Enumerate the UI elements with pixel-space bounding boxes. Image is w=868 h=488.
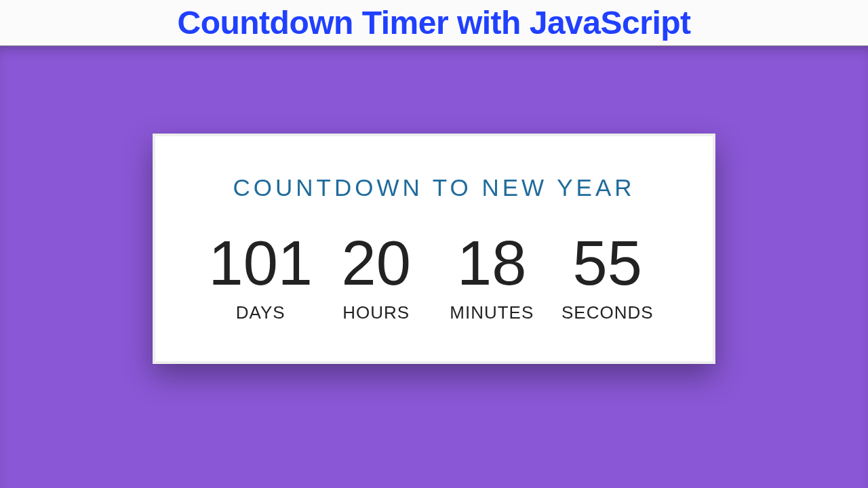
countdown-card: COUNTDOWN TO NEW YEAR 101 DAYS 20 HOURS …	[153, 134, 715, 364]
minutes-label: MINUTES	[450, 302, 534, 323]
minutes-value: 18	[457, 232, 526, 294]
hours-value: 20	[342, 232, 411, 294]
days-value: 101	[209, 232, 313, 294]
page-title: Countdown Timer with JavaScript	[177, 4, 690, 41]
main-content: COUNTDOWN TO NEW YEAR 101 DAYS 20 HOURS …	[0, 46, 868, 488]
hours-label: HOURS	[342, 302, 410, 323]
seconds-label: SECONDS	[561, 302, 654, 323]
countdown-row: 101 DAYS 20 HOURS 18 MINUTES 55 SECONDS	[189, 232, 679, 323]
days-label: DAYS	[236, 302, 285, 323]
seconds-value: 55	[573, 232, 642, 294]
countdown-hours: 20 HOURS	[319, 232, 435, 323]
countdown-seconds: 55 SECONDS	[550, 232, 666, 323]
countdown-minutes: 18 MINUTES	[434, 232, 550, 323]
countdown-days: 101 DAYS	[203, 232, 319, 323]
card-title: COUNTDOWN TO NEW YEAR	[233, 174, 635, 201]
page-header: Countdown Timer with JavaScript	[0, 0, 868, 46]
